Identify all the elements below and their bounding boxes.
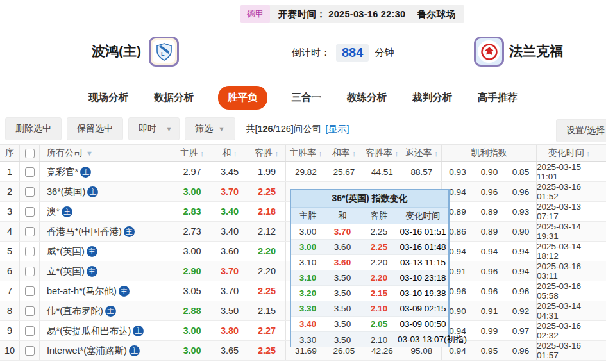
kelly-draw: 0.99 [473,321,505,340]
popup-home-odds: 3.10 [291,273,324,283]
header-draw-rate[interactable]: 和率↑ [326,145,362,161]
header-return-rate[interactable]: 返还率↑ [402,145,442,161]
kelly-away: 0.96 [505,182,537,201]
tab-live-analysis[interactable]: 现场分析 [87,86,130,110]
kelly-draw: 0.89 [473,222,505,241]
league-badge[interactable]: 德甲 [240,5,270,23]
settings-select-button[interactable]: 设置/选择 [556,119,606,142]
draw-odds[interactable]: 3.80 [211,321,248,340]
company-cell[interactable]: 竞彩官*主 [40,162,173,181]
away-odds[interactable]: 2.20 [248,242,286,261]
company-cell[interactable]: bet-at-h*(马尔他)主 [40,281,173,301]
header-away-odds[interactable]: 客胜↑ [248,145,286,161]
row-checkbox[interactable] [25,267,35,276]
row-checkbox[interactable] [25,227,35,236]
tab-expert-recommend[interactable]: 高手推荐 [476,86,519,110]
header-extra [602,145,606,161]
company-badge-icon: 主 [105,306,116,317]
company-cell[interactable]: 澳*主 [40,202,173,221]
draw-odds[interactable]: 3.65 [211,341,248,360]
company-cell[interactable]: 36*(英国)主 [40,182,173,201]
company-cell[interactable]: 易*(安提瓜和巴布达)主 [40,321,173,340]
tab-coach-analysis[interactable]: 教练分析 [346,86,388,110]
draw-odds[interactable]: 3.50 [211,301,248,320]
tab-three-in-one[interactable]: 三合一 [290,86,323,110]
draw-odds[interactable]: 3.45 [211,162,248,181]
row-checkbox[interactable] [25,346,35,356]
home-odds[interactable]: 3.00 [173,242,211,261]
away-odds[interactable]: 2.25 [248,182,286,201]
away-odds[interactable]: 2.25 [248,281,286,301]
home-odds[interactable]: 3.05 [173,281,211,301]
row-checkbox[interactable] [25,207,35,217]
kelly-away: 0.96 [505,341,537,360]
home-odds[interactable]: 3.00 [173,182,211,201]
row-checkbox[interactable] [25,306,35,316]
company-badge-icon: 主 [129,345,140,356]
keep-selected-button[interactable]: 保留选中 [67,117,123,140]
row-checkbox[interactable] [25,167,35,177]
draw-odds[interactable]: 3.70 [211,281,248,301]
tab-referee-analysis[interactable]: 裁判分析 [411,86,453,110]
company-cell[interactable]: 香港马*(中国香港)主 [40,222,173,241]
analysis-tabs: 现场分析 数据分析 胜平负 三合一 教练分析 裁判分析 高手推荐 [0,81,606,113]
company-name: 竞彩官* [47,166,78,178]
kelly-away: 0.93 [505,202,537,221]
draw-odds[interactable]: 3.40 [211,202,248,221]
company-cell[interactable]: Interwet*(塞浦路斯)主 [40,341,173,360]
tab-win-draw-lose[interactable]: 胜平负 [218,86,267,110]
row-seq: 8 [0,301,20,320]
row-checkbox[interactable] [25,286,35,296]
away-odds[interactable]: 2.18 [248,202,286,221]
header-change-time[interactable]: 变化时间↑ [537,145,602,161]
select-all-checkbox[interactable] [25,149,35,158]
home-odds[interactable]: 2.97 [173,162,211,181]
company-cell[interactable]: 立*(英国)主 [40,261,173,281]
header-home-odds[interactable]: 主胜↑ [173,145,211,161]
draw-rate: 25.67 [326,162,362,181]
header-kelly: 凯利指数 [442,145,537,161]
table-row: 1 竞彩官*主 2.97 3.45 1.99 29.82 25.67 44.51… [0,162,606,182]
away-odds[interactable]: 2.27 [248,321,286,340]
home-odds[interactable]: 3.00 [173,321,211,340]
draw-odds[interactable]: 3.60 [211,242,248,261]
away-odds[interactable]: 2.12 [248,222,286,241]
company-name: Interwet*(塞浦路斯) [47,345,127,357]
kelly-away: 0.92 [505,301,537,320]
row-checkbox[interactable] [25,247,35,256]
header-draw-odds[interactable]: 和↑ [211,145,248,161]
away-odds[interactable]: 2.25 [248,341,286,360]
home-odds[interactable]: 2.73 [173,222,211,241]
away-odds[interactable]: 2.15 [248,301,286,320]
popup-draw-odds: 3.70 [324,227,360,236]
show-link[interactable]: [显示] [325,124,349,134]
away-team-name: 法兰克福 [509,42,563,60]
home-odds[interactable]: 3.00 [173,341,211,360]
away-odds[interactable]: 1.99 [248,162,286,181]
company-cell[interactable]: 伟*(直布罗陀)主 [40,301,173,320]
home-odds[interactable]: 2.88 [173,301,211,320]
draw-odds[interactable]: 3.70 [211,261,248,281]
filter-dropdown[interactable]: 筛选▼ [185,117,235,140]
home-team-crest-icon: L [153,40,175,63]
company-cell[interactable]: 威*(英国)主 [40,242,173,261]
tab-data-analysis[interactable]: 数据分析 [153,86,195,110]
home-odds[interactable]: 2.90 [173,261,211,281]
row-checkbox[interactable] [25,187,35,197]
sort-up-icon: ↑ [394,149,399,158]
countdown: 倒计时： 884 分钟 [292,44,394,62]
draw-odds[interactable]: 3.70 [211,182,248,201]
row-checkbox[interactable] [25,326,35,336]
home-odds[interactable]: 2.83 [173,202,211,221]
row-extra [602,162,606,181]
time-mode-dropdown[interactable]: 即时▼ [128,117,180,140]
header-company[interactable]: 所有公司▼ [40,145,173,161]
company-name: 伟*(直布罗陀) [47,305,103,317]
popup-draw-odds: 3.50 [324,288,360,298]
header-seq[interactable]: 序 [0,145,20,161]
header-home-rate[interactable]: 主胜率↑ [286,145,326,161]
draw-odds[interactable]: 3.40 [211,222,248,241]
header-away-rate[interactable]: 客胜率↑ [362,145,402,161]
away-odds[interactable]: 2.20 [248,261,286,281]
delete-selected-button[interactable]: 删除选中 [5,117,62,140]
